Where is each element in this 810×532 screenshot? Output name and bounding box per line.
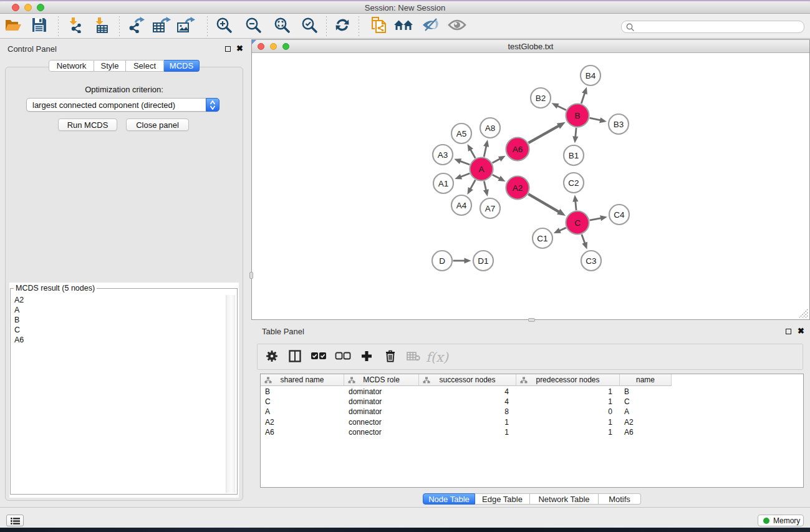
task-history-button[interactable] <box>6 515 24 526</box>
table-cell[interactable]: dominator <box>349 397 382 406</box>
import-table-icon[interactable] <box>93 17 109 36</box>
deselect-all-icon[interactable] <box>335 352 351 363</box>
tab-select[interactable]: Select <box>126 60 164 72</box>
table-cell[interactable]: A6 <box>624 428 634 437</box>
graph-edge[interactable] <box>581 93 585 104</box>
tab-network-table[interactable]: Network Table <box>530 493 599 505</box>
table-cell[interactable]: B <box>624 387 629 396</box>
zoom-in-icon[interactable] <box>216 17 232 36</box>
table-cell[interactable]: 1 <box>516 387 612 396</box>
control-panel-float-icon[interactable] <box>225 46 231 52</box>
graph-edge[interactable] <box>470 149 475 158</box>
list-item[interactable]: C <box>14 325 24 335</box>
table-cell[interactable]: dominator <box>349 387 382 396</box>
mcds-result-list[interactable]: A2 A B C A6 <box>14 295 24 345</box>
criterion-dropdown[interactable]: largest connected component (directed) <box>26 98 219 112</box>
table-cell[interactable]: 8 <box>419 407 509 416</box>
graph-edge[interactable] <box>576 128 576 137</box>
zoom-fit-icon[interactable] <box>274 17 290 36</box>
export-network-icon[interactable] <box>127 17 145 36</box>
export-image-icon[interactable] <box>176 17 195 36</box>
save-session-icon[interactable] <box>32 17 47 35</box>
graph-edge[interactable] <box>470 180 475 190</box>
table-cell[interactable]: A6 <box>265 428 274 437</box>
table-options-icon[interactable] <box>266 350 278 365</box>
table-cell[interactable]: A <box>265 407 270 416</box>
function-builder-icon[interactable]: f(x) <box>426 350 448 365</box>
resize-grip-icon[interactable] <box>799 309 809 319</box>
hide-selected-icon[interactable] <box>422 17 440 35</box>
app-titlebar[interactable]: Session: New Session <box>0 1 810 14</box>
import-network-icon[interactable] <box>67 17 83 36</box>
first-neighbors-icon[interactable] <box>393 18 413 34</box>
graph-edge[interactable] <box>557 105 566 110</box>
table-cell[interactable]: C <box>265 397 271 406</box>
graph-edge[interactable] <box>493 158 501 163</box>
graph-edge[interactable] <box>460 173 470 177</box>
tab-style[interactable]: Style <box>94 60 126 72</box>
add-column-icon[interactable] <box>361 351 372 364</box>
graph-edge[interactable] <box>528 125 559 143</box>
table-cell[interactable]: A2 <box>624 418 634 427</box>
table-cell[interactable]: connector <box>349 428 382 437</box>
tab-mcds[interactable]: MCDS <box>164 60 200 72</box>
clone-network-icon[interactable] <box>371 16 387 36</box>
table-cell[interactable]: 4 <box>419 387 509 396</box>
graph-edge[interactable] <box>590 118 601 120</box>
tab-motifs[interactable]: Motifs <box>599 493 641 505</box>
tab-node-table[interactable]: Node Table <box>423 493 475 505</box>
run-mcds-button[interactable]: Run MCDS <box>58 118 117 131</box>
column-header-mcds-role[interactable]: MCDS role <box>344 374 419 386</box>
table-cell[interactable]: 1 <box>516 428 612 437</box>
window-resize-handle-left[interactable] <box>249 272 253 279</box>
table-cell[interactable]: 4 <box>419 397 509 406</box>
graph-edge[interactable] <box>528 194 559 212</box>
select-all-icon[interactable] <box>311 352 327 363</box>
table-cell[interactable]: 1 <box>419 418 509 427</box>
graph-edge[interactable] <box>493 175 500 178</box>
zoom-out-icon[interactable] <box>245 17 261 36</box>
scrollbar-track[interactable] <box>226 295 235 493</box>
graph-edge[interactable] <box>460 161 470 165</box>
table-cell[interactable]: connector <box>349 418 382 427</box>
table-cell[interactable]: 1 <box>419 428 509 437</box>
search-input[interactable] <box>637 22 799 32</box>
column-header-successor-nodes[interactable]: successor nodes <box>419 374 516 386</box>
table-row[interactable]: Adominator80A <box>261 407 803 417</box>
network-window-titlebar[interactable]: testGlobe.txt <box>252 40 809 53</box>
graph-edge[interactable] <box>576 201 576 210</box>
table-cell[interactable]: 1 <box>516 397 612 406</box>
column-header-predecessor-nodes[interactable]: predecessor nodes <box>516 374 620 386</box>
list-item[interactable]: A2 <box>14 295 24 305</box>
zoom-selected-icon[interactable] <box>301 17 317 36</box>
delete-column-icon[interactable] <box>385 350 396 365</box>
column-header-name[interactable]: name <box>620 374 672 386</box>
column-header-shared-name[interactable]: shared name <box>261 374 344 386</box>
table-cell[interactable]: dominator <box>349 407 382 416</box>
graph-edge[interactable] <box>559 228 566 231</box>
close-panel-button[interactable]: Close panel <box>126 118 189 131</box>
export-table-icon[interactable] <box>152 17 171 36</box>
table-cell[interactable]: 1 <box>516 418 612 427</box>
table-cell[interactable]: C <box>624 397 630 406</box>
table-row[interactable]: Cdominator41C <box>261 397 803 407</box>
table-row[interactable]: A6connector11A6 <box>261 427 803 437</box>
tab-network[interactable]: Network <box>49 60 94 72</box>
table-row[interactable]: A2connector11A2 <box>261 417 803 427</box>
graph-edge[interactable] <box>582 235 585 244</box>
control-panel-close-icon[interactable]: ✖ <box>236 46 243 51</box>
tab-edge-table[interactable]: Edge Table <box>475 493 530 505</box>
memory-button[interactable]: Memory <box>758 515 804 526</box>
open-file-icon[interactable] <box>4 17 22 35</box>
list-item[interactable]: B <box>14 315 24 325</box>
show-all-icon[interactable] <box>448 19 466 34</box>
table-panel-float-icon[interactable] <box>786 329 791 334</box>
table-row[interactable]: Bdominator41B <box>261 387 803 397</box>
window-resize-handle-bottom[interactable] <box>528 318 535 322</box>
graph-edge[interactable] <box>484 181 486 191</box>
table-cell[interactable]: A <box>624 407 629 416</box>
network-canvas[interactable]: AA6A2BCA5A8A3A1A4A7B4B2B3B1C2C4C1C3DD1 <box>252 54 809 319</box>
graph-edge[interactable] <box>484 145 486 157</box>
delete-table-icon[interactable] <box>407 351 420 364</box>
refresh-icon[interactable] <box>334 17 350 36</box>
